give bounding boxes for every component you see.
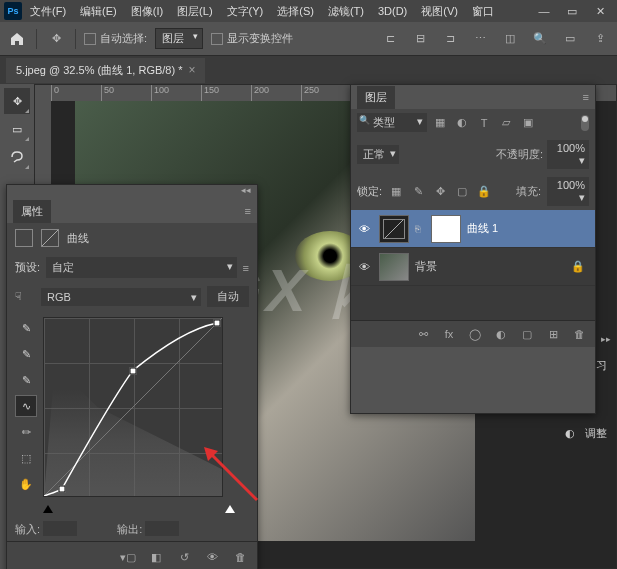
gray-eyedropper-icon[interactable]: ✎ <box>15 343 37 365</box>
input-value[interactable] <box>43 521 77 536</box>
menu-file[interactable]: 文件(F) <box>24 2 72 21</box>
auto-button[interactable]: 自动 <box>207 286 249 307</box>
collapse-icon[interactable]: ◂◂ <box>7 185 257 199</box>
auto-select-check[interactable]: 自动选择: <box>84 31 147 46</box>
curves-graph[interactable] <box>43 317 223 497</box>
close-tab-icon[interactable]: × <box>188 63 195 77</box>
prev-state-icon[interactable]: ◧ <box>147 548 165 566</box>
menu-edit[interactable]: 编辑(E) <box>74 2 123 21</box>
delete-adjustment-icon[interactable]: 🗑 <box>231 548 249 566</box>
opacity-input[interactable]: 100% ▾ <box>547 140 589 169</box>
lock-artboard-icon[interactable]: ▢ <box>454 184 470 200</box>
curve-point-tool-icon[interactable]: ∿ <box>15 395 37 417</box>
menu-filter[interactable]: 滤镜(T) <box>322 2 370 21</box>
visibility-icon[interactable]: 👁 <box>355 223 373 235</box>
curve-point[interactable] <box>130 368 137 375</box>
layers-tab[interactable]: 图层 <box>357 86 395 109</box>
curve-pencil-tool-icon[interactable]: ✏ <box>15 421 37 443</box>
black-point-handle[interactable] <box>43 505 53 513</box>
adjustment-layer-icon[interactable]: ◐ <box>493 326 509 342</box>
layer-row[interactable]: 👁 ⎘ 曲线 1 <box>351 210 595 248</box>
preset-menu-icon[interactable]: ≡ <box>243 262 249 274</box>
lock-all-icon[interactable]: 🔒 <box>476 184 492 200</box>
menu-select[interactable]: 选择(S) <box>271 2 320 21</box>
filter-pixel-icon[interactable]: ▦ <box>431 114 449 132</box>
curve-point[interactable] <box>213 320 220 327</box>
output-value[interactable] <box>145 521 179 536</box>
filter-type-icon[interactable]: T <box>475 114 493 132</box>
auto-select-target[interactable]: 图层 <box>155 28 203 49</box>
layer-thumb-curves[interactable] <box>379 215 409 243</box>
layers-panel-header[interactable]: 图层 ≡ <box>351 85 595 109</box>
properties-tab[interactable]: 属性 <box>13 200 51 223</box>
auto-select-label: 自动选择: <box>100 32 147 44</box>
menu-view[interactable]: 视图(V) <box>415 2 464 21</box>
move-tool-icon[interactable]: ✥ <box>45 28 67 50</box>
window-minimize-icon[interactable]: — <box>531 1 557 21</box>
align-left-icon[interactable]: ⊏ <box>379 28 401 50</box>
layer-fx-icon[interactable]: fx <box>441 326 457 342</box>
menu-window[interactable]: 窗口 <box>466 2 500 21</box>
align-right-icon[interactable]: ⊐ <box>439 28 461 50</box>
white-eyedropper-icon[interactable]: ✎ <box>15 369 37 391</box>
window-close-icon[interactable]: ✕ <box>587 1 613 21</box>
layer-name[interactable]: 背景 <box>415 259 437 274</box>
filter-smart-icon[interactable]: ▣ <box>519 114 537 132</box>
layers-panel: 图层 ≡ 类型 ▦ ◐ T ▱ ▣ 正常 不透明度: 100% ▾ 锁定: ▦ … <box>350 84 596 414</box>
menu-3d[interactable]: 3D(D) <box>372 3 413 19</box>
align-center-icon[interactable]: ⊟ <box>409 28 431 50</box>
workspace-icon[interactable]: ▭ <box>559 28 581 50</box>
share-icon[interactable]: ⇪ <box>589 28 611 50</box>
layer-name[interactable]: 曲线 1 <box>467 221 498 236</box>
properties-bottom-bar: ▾▢ ◧ ↺ 👁 🗑 <box>7 541 257 569</box>
panel-menu-icon[interactable]: ≡ <box>245 205 251 217</box>
hand-icon[interactable]: ✋ <box>15 473 37 495</box>
menu-type[interactable]: 文字(Y) <box>221 2 270 21</box>
menu-layer[interactable]: 图层(L) <box>171 2 218 21</box>
marquee-tool[interactable]: ▭ <box>4 116 30 142</box>
lock-position-icon[interactable]: ✥ <box>432 184 448 200</box>
filter-kind-select[interactable]: 类型 <box>357 113 427 132</box>
more-icon[interactable]: ⋯ <box>469 28 491 50</box>
curve-point[interactable] <box>58 485 65 492</box>
toggle-visibility-icon[interactable]: 👁 <box>203 548 221 566</box>
panel-menu-icon[interactable]: ≡ <box>583 91 589 103</box>
reset-icon[interactable]: ↺ <box>175 548 193 566</box>
move-tool[interactable]: ✥ <box>4 88 30 114</box>
targeted-adjust-icon[interactable]: ☟ <box>15 290 35 303</box>
show-transform-check[interactable]: 显示变换控件 <box>211 31 293 46</box>
layer-thumb-image[interactable] <box>379 253 409 281</box>
layer-mask-icon[interactable]: ◯ <box>467 326 483 342</box>
layer-row[interactable]: 👁 背景 🔒 <box>351 248 595 286</box>
delete-layer-icon[interactable]: 🗑 <box>571 326 587 342</box>
lock-pixels-icon[interactable]: ✎ <box>410 184 426 200</box>
lasso-tool[interactable] <box>4 144 30 170</box>
filter-adjust-icon[interactable]: ◐ <box>453 114 471 132</box>
black-eyedropper-icon[interactable]: ✎ <box>15 317 37 339</box>
window-restore-icon[interactable]: ▭ <box>559 1 585 21</box>
new-layer-icon[interactable]: ⊞ <box>545 326 561 342</box>
clip-to-layer-icon[interactable]: ▾▢ <box>119 548 137 566</box>
home-icon[interactable] <box>6 28 28 50</box>
search-icon[interactable]: 🔍 <box>529 28 551 50</box>
input-slider[interactable] <box>7 503 257 517</box>
link-icon[interactable]: ⎘ <box>415 224 425 234</box>
group-icon[interactable]: ▢ <box>519 326 535 342</box>
layer-mask[interactable] <box>431 215 461 243</box>
smooth-icon[interactable]: ⬚ <box>15 447 37 469</box>
preset-select[interactable]: 自定 <box>46 257 237 278</box>
3d-mode-icon[interactable]: ◫ <box>499 28 521 50</box>
menu-image[interactable]: 图像(I) <box>125 2 169 21</box>
document-tab[interactable]: 5.jpeg @ 32.5% (曲线 1, RGB/8) * × <box>6 58 205 83</box>
filter-shape-icon[interactable]: ▱ <box>497 114 515 132</box>
channel-select[interactable]: RGB <box>41 288 201 306</box>
adjust-panel-button[interactable]: ◐调整 <box>557 418 617 448</box>
blend-mode-select[interactable]: 正常 <box>357 145 399 164</box>
properties-header[interactable]: 属性 ≡ <box>7 199 257 223</box>
visibility-icon[interactable]: 👁 <box>355 261 373 273</box>
filter-toggle[interactable] <box>581 115 589 131</box>
fill-input[interactable]: 100% ▾ <box>547 177 589 206</box>
lock-transparency-icon[interactable]: ▦ <box>388 184 404 200</box>
link-layers-icon[interactable]: ⚯ <box>415 326 431 342</box>
white-point-handle[interactable] <box>225 505 235 513</box>
